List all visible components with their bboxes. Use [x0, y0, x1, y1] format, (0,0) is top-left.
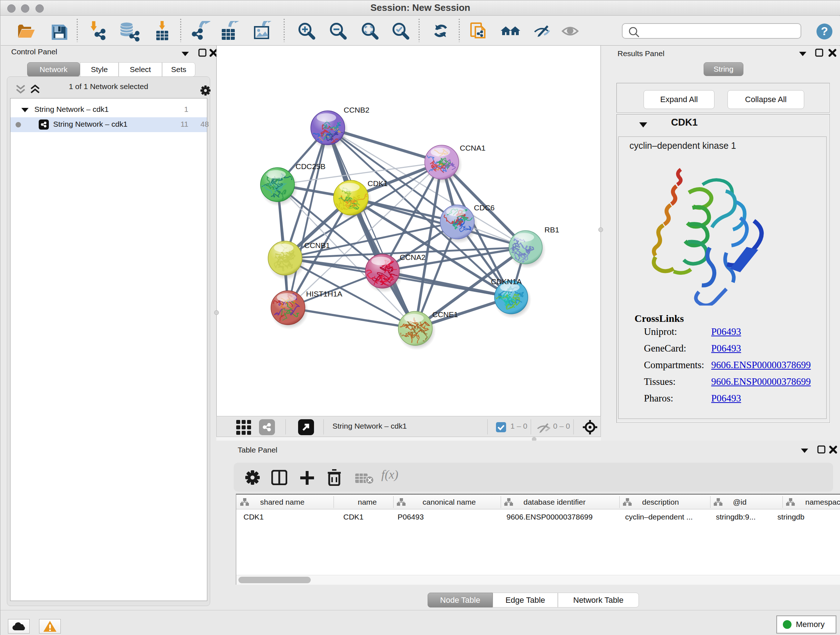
svg-text:CDKN1A: CDKN1A: [491, 277, 522, 286]
svg-text:CCNB2: CCNB2: [344, 106, 369, 114]
svg-text:HIST1H1A: HIST1H1A: [306, 290, 342, 298]
svg-text:CDC6: CDC6: [474, 203, 494, 212]
svg-text:CCNA2: CCNA2: [400, 253, 425, 261]
svg-text:CDC25B: CDC25B: [295, 162, 325, 171]
svg-text:CDK1: CDK1: [368, 179, 388, 187]
svg-text:CCNA1: CCNA1: [460, 144, 485, 152]
svg-text:RB1: RB1: [545, 226, 559, 234]
svg-text:CCNB1: CCNB1: [304, 241, 330, 249]
svg-text:CCNE1: CCNE1: [432, 310, 458, 318]
svg-text:?: ?: [821, 25, 828, 38]
